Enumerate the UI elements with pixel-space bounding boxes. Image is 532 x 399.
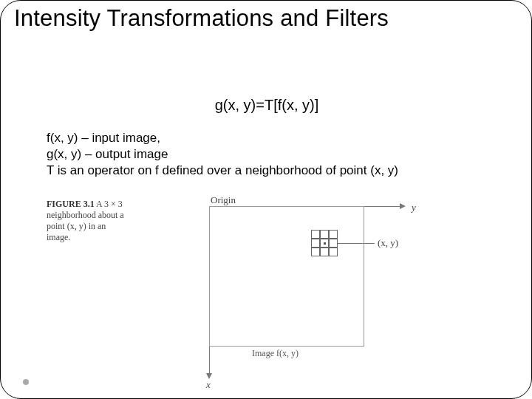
definitions-block: f(x, y) – input image, g(x, y) – output … <box>47 130 398 179</box>
def-line-f: f(x, y) – input image, <box>47 130 398 146</box>
diagram: Origin y x <box>165 196 446 381</box>
image-box <box>209 206 364 347</box>
figure-number: FIGURE 3.1 <box>47 199 95 209</box>
figure-area: FIGURE 3.1 A 3 × 3 neighborhood about a … <box>47 199 460 383</box>
figure-caption: FIGURE 3.1 A 3 × 3 neighborhood about a … <box>47 199 128 243</box>
grid-cell <box>329 230 338 239</box>
origin-label: Origin <box>211 194 236 206</box>
slide-title: Intensity Transformations and Filters <box>14 5 389 32</box>
grid-cell <box>320 248 329 256</box>
center-point-dot <box>324 242 326 245</box>
def-line-t: T is an operator on f defined over a nei… <box>47 163 398 179</box>
y-axis-label: y <box>412 202 416 214</box>
slide-frame: Intensity Transformations and Filters g(… <box>0 0 532 399</box>
grid-cell <box>311 230 320 239</box>
page-indicator-dot <box>23 379 29 385</box>
grid-cell <box>311 239 320 248</box>
grid-cell <box>329 239 338 248</box>
formula-text: g(x, y)=T[f(x, y)] <box>1 97 532 114</box>
pointer-line <box>338 243 375 244</box>
point-label: (x, y) <box>378 237 398 249</box>
x-axis-arrowhead-icon <box>206 373 212 379</box>
grid-cell <box>311 248 320 256</box>
grid-cell <box>320 230 329 239</box>
x-axis-label: x <box>206 379 211 391</box>
grid-cell <box>329 248 338 256</box>
image-label: Image f(x, y) <box>252 348 299 359</box>
def-line-g: g(x, y) – output image <box>47 146 398 163</box>
y-axis-arrowhead-icon <box>400 203 406 209</box>
